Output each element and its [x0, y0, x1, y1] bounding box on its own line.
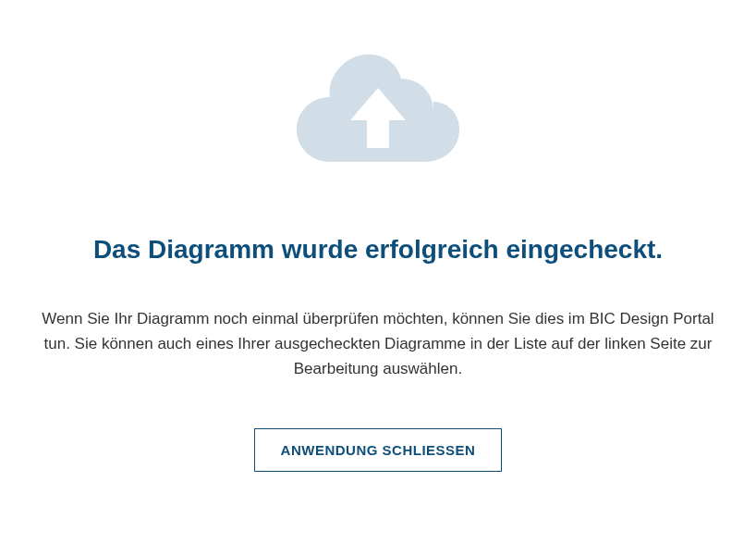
success-heading: Das Diagramm wurde erfolgreich eingechec… [93, 235, 663, 265]
cloud-upload-icon [286, 46, 470, 179]
success-description: Wenn Sie Ihr Diagramm noch einmal überpr… [18, 306, 738, 382]
close-application-button[interactable]: ANWENDUNG SCHLIESSEN [254, 428, 503, 472]
